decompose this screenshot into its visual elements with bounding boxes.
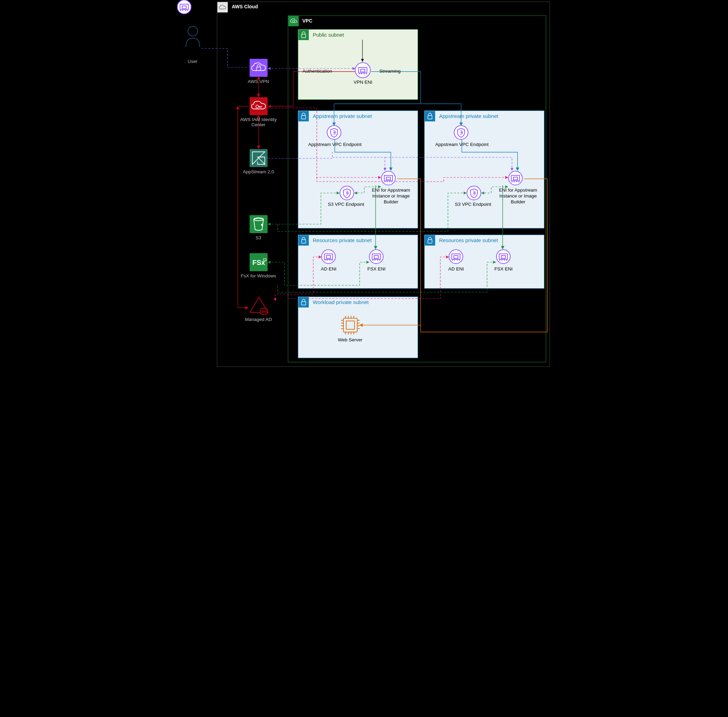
fsx-eni-right-icon (496, 250, 510, 264)
appstream-label: AppStream 2.0 (234, 169, 283, 174)
appstream-endpoint-right-label: Appstream VPC Endpoint (431, 142, 493, 147)
ad-eni-right-icon (449, 250, 463, 264)
fsx-icon: FSx (249, 253, 268, 271)
iam-center-icon (249, 97, 268, 115)
s3-label: S3 (234, 235, 283, 240)
fsx-eni-left-icon (369, 250, 383, 264)
appstream-subnet-title-left: Appstream private subnet (313, 113, 372, 119)
svg-rect-10 (288, 16, 299, 26)
fsx-eni-left-label: FSX ENI (352, 266, 401, 272)
s3-endpoint-left-label: S3 VPC Endpoint (326, 201, 367, 207)
appstream-subnet-title-right: Appstream private subnet (439, 113, 499, 119)
s3-endpoint-right-label: S3 VPC Endpoint (453, 201, 494, 207)
svg-rect-7 (298, 297, 418, 358)
user-icon (186, 26, 200, 47)
aws-cloud-title: AWS Cloud (232, 4, 258, 9)
ad-eni-right-label: AD ENI (432, 266, 480, 272)
managed-ad-icon: MS (250, 297, 268, 314)
workload-subnet-title: Workload private subnet (313, 299, 369, 305)
streaming-label: Streaming (373, 69, 407, 74)
ad-eni-left-icon (321, 250, 335, 264)
resources-subnet-title-left: Resources private subnet (313, 237, 372, 243)
svg-rect-20 (298, 297, 309, 308)
diagram-stage: FSx MS (177, 0, 551, 368)
svg-rect-18 (425, 235, 435, 246)
user-label: User (168, 59, 217, 64)
s3-icon (249, 215, 268, 233)
authentication-label: Authentication (298, 69, 336, 74)
svg-text:MS: MS (262, 310, 267, 314)
webserver-label: Web Server (326, 337, 375, 342)
svg-rect-22 (249, 59, 268, 77)
svg-rect-14 (298, 111, 309, 121)
managed-ad-label: Managed AD (234, 317, 283, 322)
svg-text:FSx: FSx (252, 259, 265, 266)
vpn-eni-label: VPN ENI (339, 79, 387, 85)
svg-rect-12 (298, 30, 309, 40)
svg-point-39 (177, 0, 191, 14)
appstream-endpoint-left-label: Appstream VPC Endpoint (304, 142, 366, 147)
vpn-eni-icon (355, 63, 370, 78)
ad-eni-left-label: AD ENI (304, 266, 353, 272)
fsx-label: FsX for Windows (234, 273, 283, 278)
resources-subnet-title-right: Resources private subnet (439, 237, 498, 243)
svg-rect-3 (298, 111, 418, 228)
appstream-instance-eni-right-label: ENI for Appstream Instance or Image Buil… (497, 188, 539, 205)
svg-point-35 (355, 63, 370, 78)
svg-rect-4 (424, 111, 544, 228)
svg-rect-16 (298, 235, 309, 246)
aws-vpn-label: AWS VPN (234, 79, 283, 84)
aws-vpn-icon (249, 59, 268, 77)
svg-point-29 (261, 224, 263, 226)
public-subnet-title: Public subnet (313, 32, 344, 38)
appstream-instance-eni-right-icon (509, 171, 522, 185)
appstream-instance-eni-left-label: ENI for Appstream Instance or Image Buil… (370, 188, 412, 205)
iam-center-label: AWS IAM Identity Center (234, 117, 283, 127)
appstream-icon (249, 149, 268, 167)
diagram-svg: FSx MS (177, 0, 551, 368)
svg-point-8 (188, 26, 198, 36)
vpc-title: VPC (303, 18, 313, 23)
fsx-eni-right-label: FSX ENI (479, 266, 528, 272)
appstream-instance-eni-left-icon (381, 171, 395, 185)
